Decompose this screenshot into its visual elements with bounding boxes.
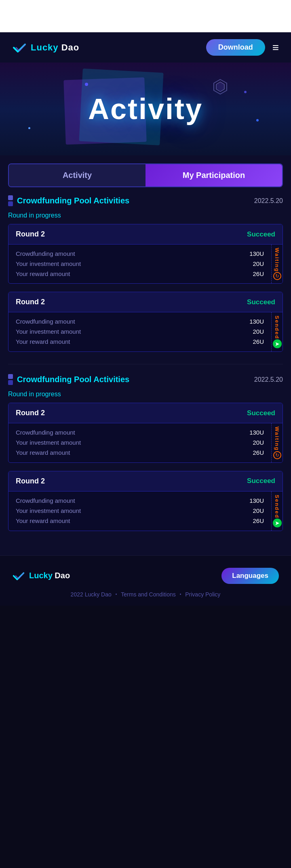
round-card-0-1: Round 2 Succeed Crowdfunding amount 130U… xyxy=(8,292,283,352)
crowdfunding-value: 130U xyxy=(249,497,264,504)
hero-dot3 xyxy=(28,127,30,129)
round-data-0-0: Crowdfunding amount 130U Your investment… xyxy=(8,245,271,283)
status-badge-0-1: Sended ➤ xyxy=(271,312,283,351)
svg-marker-1 xyxy=(216,82,224,92)
tab-participation[interactable]: My Participation xyxy=(146,164,282,186)
round-body-1-0: Crowdfunding amount 130U Your investment… xyxy=(8,423,283,462)
section-title-1: Crowdfunding Pool Activities xyxy=(17,375,129,384)
data-row-reward: Your reward amount 26U xyxy=(16,270,264,277)
tabs-container: Activity My Participation xyxy=(0,155,291,187)
hero-section: Activity xyxy=(0,63,291,155)
crowdfunding-label: Crowdfunding amount xyxy=(16,429,75,436)
section-header-1: Crowdfunding Pool Activities 2022.5.20 xyxy=(8,374,283,385)
footer-logo-area: Lucky Dao xyxy=(12,569,70,582)
hamburger-icon[interactable]: ≡ xyxy=(272,42,279,53)
round-header-1-1: Round 2 Succeed xyxy=(8,471,283,492)
sended-icon: ➤ xyxy=(273,339,282,348)
hero-title: Activity xyxy=(88,92,203,125)
waiting-icon: ↻ xyxy=(273,451,281,459)
content-area: Crowdfunding Pool Activities 2022.5.20 R… xyxy=(0,187,291,555)
data-row-reward: Your reward amount 26U xyxy=(16,338,264,345)
investment-value: 20U xyxy=(253,439,264,446)
status-badge-0-0: Waiting ↻ xyxy=(271,245,283,283)
data-row-crowdfunding: Crowdfunding amount 130U xyxy=(16,250,264,257)
reward-value: 26U xyxy=(253,338,264,345)
tabs: Activity My Participation xyxy=(8,163,283,187)
terms-link[interactable]: Terms and Conditions xyxy=(121,591,175,598)
investment-label: Your investment amount xyxy=(16,439,81,446)
round-data-1-1: Crowdfunding amount 130U Your investment… xyxy=(8,492,271,531)
round-status-1-0: Succeed xyxy=(247,409,275,417)
data-row-crowdfunding: Crowdfunding amount 130U xyxy=(16,318,264,325)
section-divider xyxy=(8,364,283,364)
icon-block-bottom xyxy=(8,201,13,206)
round-label-1-1: Round 2 xyxy=(16,477,45,485)
section-date-1: 2022.5.20 xyxy=(254,376,283,383)
languages-button[interactable]: Languages xyxy=(221,568,279,584)
footer-bottom: 2022 Lucky Dao • Terms and Conditions • … xyxy=(12,591,279,598)
privacy-link[interactable]: Privacy Policy xyxy=(185,591,220,598)
round-label-0-0: Round 2 xyxy=(16,230,45,238)
footer-logo-icon xyxy=(12,569,25,582)
download-button[interactable]: Download xyxy=(206,39,265,56)
icon-block-bottom xyxy=(8,380,13,385)
round-header-0-1: Round 2 Succeed xyxy=(8,292,283,312)
crowdfunding-label: Crowdfunding amount xyxy=(16,250,75,257)
round-card-1-1: Round 2 Succeed Crowdfunding amount 130U… xyxy=(8,471,283,531)
logo-text: Lucky Dao xyxy=(31,42,79,53)
waiting-icon: ↻ xyxy=(273,272,281,280)
logo-area: Lucky Dao xyxy=(12,40,79,55)
reward-label: Your reward amount xyxy=(16,449,70,456)
section-icon-1 xyxy=(8,374,13,385)
round-card-1-0: Round 2 Succeed Crowdfunding amount 130U… xyxy=(8,403,283,462)
round-body-0-1: Crowdfunding amount 130U Your investment… xyxy=(8,312,283,351)
investment-label: Your investment amount xyxy=(16,328,81,335)
reward-value: 26U xyxy=(253,449,264,456)
round-status-0-1: Succeed xyxy=(247,298,275,306)
crowdfunding-label: Crowdfunding amount xyxy=(16,318,75,325)
data-row-reward: Your reward amount 26U xyxy=(16,449,264,456)
tab-activity[interactable]: Activity xyxy=(9,164,146,186)
hero-dot4 xyxy=(256,119,259,121)
logo-icon xyxy=(12,40,27,55)
crowdfunding-value: 130U xyxy=(249,250,264,257)
reward-label: Your reward amount xyxy=(16,517,70,524)
data-row-investment: Your investment amount 20U xyxy=(16,439,264,446)
crowdfunding-value: 130U xyxy=(249,318,264,325)
badge-text-0-0: Waiting xyxy=(274,248,280,272)
crowdfunding-value: 130U xyxy=(249,429,264,436)
investment-label: Your investment amount xyxy=(16,260,81,267)
round-status-1-1: Succeed xyxy=(247,477,275,485)
footer-top: Lucky Dao Languages xyxy=(12,568,279,584)
reward-label: Your reward amount xyxy=(16,270,70,277)
section-title-area-1: Crowdfunding Pool Activities xyxy=(8,374,129,385)
data-row-investment: Your investment amount 20U xyxy=(16,507,264,514)
data-row-investment: Your investment amount 20U xyxy=(16,328,264,335)
data-row-crowdfunding: Crowdfunding amount 130U xyxy=(16,497,264,504)
icon-block-top xyxy=(8,374,13,379)
data-row-investment: Your investment amount 20U xyxy=(16,260,264,267)
round-status-0-0: Succeed xyxy=(247,230,275,238)
crowdfunding-label: Crowdfunding amount xyxy=(16,497,75,504)
section-header-0: Crowdfunding Pool Activities 2022.5.20 xyxy=(8,195,283,206)
activity-section-1: Crowdfunding Pool Activities 2022.5.20 R… xyxy=(8,374,283,531)
round-body-1-1: Crowdfunding amount 130U Your investment… xyxy=(8,492,283,531)
round-body-0-0: Crowdfunding amount 130U Your investment… xyxy=(8,245,283,283)
footer-dot1: • xyxy=(116,592,117,596)
reward-value: 26U xyxy=(253,517,264,524)
section-title-0: Crowdfunding Pool Activities xyxy=(17,196,129,205)
investment-value: 20U xyxy=(253,260,264,267)
badge-text-1-0: Waiting xyxy=(274,427,280,451)
icon-block-top xyxy=(8,195,13,200)
reward-label: Your reward amount xyxy=(16,338,70,345)
hero-dot1 xyxy=(85,83,88,86)
investment-value: 20U xyxy=(253,328,264,335)
badge-text-0-1: Sended xyxy=(274,316,280,339)
footer: Lucky Dao Languages 2022 Lucky Dao • Ter… xyxy=(0,555,291,606)
footer-logo-text: Lucky Dao xyxy=(29,571,70,580)
section-date-0: 2022.5.20 xyxy=(254,197,283,205)
round-label-0-1: Round 2 xyxy=(16,298,45,306)
footer-dot2: • xyxy=(180,592,181,596)
data-row-crowdfunding: Crowdfunding amount 130U xyxy=(16,429,264,436)
round-label-1-0: Round 2 xyxy=(16,409,45,417)
